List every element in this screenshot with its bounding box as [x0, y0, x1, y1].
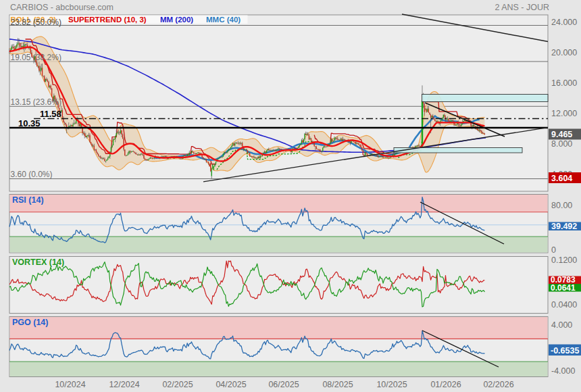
- svg-text:MM (200): MM (200): [160, 16, 193, 24]
- svg-text:RSI (14): RSI (14): [12, 195, 44, 205]
- svg-text:39.492: 39.492: [551, 222, 577, 231]
- svg-text:MMC (40): MMC (40): [206, 16, 241, 24]
- svg-text:08/2025: 08/2025: [322, 380, 353, 389]
- svg-text:SUPERTREND (10, 3): SUPERTREND (10, 3): [68, 16, 147, 24]
- svg-text:06/2025: 06/2025: [268, 380, 299, 389]
- svg-text:13.15 (23.6%): 13.15 (23.6%): [11, 97, 61, 107]
- svg-text:2 ANS - JOUR: 2 ANS - JOUR: [495, 3, 549, 12]
- svg-text:10/2024: 10/2024: [55, 380, 85, 389]
- svg-text:3.60 (0.0%): 3.60 (0.0%): [11, 170, 53, 179]
- svg-text:11.58: 11.58: [40, 109, 61, 119]
- svg-text:16.000: 16.000: [551, 78, 577, 88]
- svg-text:02/2026: 02/2026: [483, 380, 513, 389]
- svg-text:-4.000: -4.000: [551, 366, 575, 376]
- svg-text:19.05 (38.2%): 19.05 (38.2%): [11, 53, 61, 62]
- svg-text:PGO (14): PGO (14): [12, 318, 49, 327]
- svg-text:-0.6535: -0.6535: [551, 346, 579, 356]
- svg-text:12/2024: 12/2024: [109, 380, 139, 389]
- svg-text:0.1200: 0.1200: [551, 255, 577, 265]
- svg-text:0.0641: 0.0641: [551, 283, 576, 293]
- svg-text:CARBIOS - abcbourse.com: CARBIOS - abcbourse.com: [10, 3, 113, 12]
- svg-text:20.000: 20.000: [551, 48, 577, 57]
- svg-text:VORTEX (14): VORTEX (14): [12, 258, 64, 267]
- svg-text:80.00: 80.00: [551, 201, 572, 210]
- svg-text:0.0400: 0.0400: [551, 300, 577, 310]
- svg-text:01/2026: 01/2026: [430, 380, 461, 389]
- svg-text:23.82 (50.0%): 23.82 (50.0%): [11, 18, 61, 27]
- svg-text:0: 0: [551, 245, 556, 255]
- svg-text:3.604: 3.604: [551, 174, 572, 183]
- svg-text:04/2025: 04/2025: [216, 380, 246, 389]
- svg-text:9.465: 9.465: [551, 130, 572, 139]
- svg-text:12.000: 12.000: [551, 109, 577, 118]
- svg-text:02/2025: 02/2025: [162, 380, 193, 389]
- svg-text:4.000: 4.000: [551, 320, 572, 330]
- svg-text:8.000: 8.000: [551, 139, 572, 149]
- svg-text:10/2025: 10/2025: [376, 380, 407, 389]
- svg-text:24.000: 24.000: [551, 18, 577, 27]
- svg-text:10.35: 10.35: [18, 118, 41, 128]
